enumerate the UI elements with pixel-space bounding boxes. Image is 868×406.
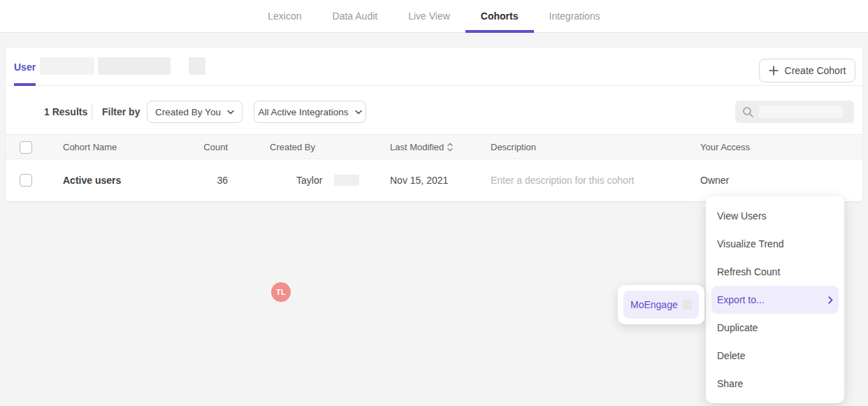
menu-item-export-to[interactable]: Export to... [711,286,839,314]
chevron-down-icon [227,110,234,115]
submenu-item-moengage[interactable]: MoEngage [623,291,699,319]
row-actions-menu: View Users Visualize Trend Refresh Count… [706,196,844,403]
cohort-type-tabs: User Create Cohort [6,48,862,86]
create-cohort-button[interactable]: Create Cohort [759,59,855,82]
select-all-checkbox[interactable] [20,141,32,154]
cohorts-panel: User Create Cohort 1 Results Filter by C… [6,48,862,201]
header-cohort-name: Cohort Name [63,135,117,160]
menu-item-delete[interactable]: Delete [706,342,844,370]
top-navigation: Lexicon Data Audit Live View Cohorts Int… [0,0,868,33]
header-your-access: Your Access [700,135,750,160]
menu-item-duplicate[interactable]: Duplicate [706,314,844,342]
nav-tab-lexicon[interactable]: Lexicon [252,0,317,32]
redacted-submenu-text [683,300,692,310]
row-checkbox[interactable] [20,174,32,187]
menu-item-view-users[interactable]: View Users [706,202,844,230]
header-created-by: Created By [270,135,315,160]
integrations-filter-dropdown[interactable]: All Active Integrations [254,101,366,123]
last-modified-date: Nov 15, 2021 [390,159,448,201]
redacted-search-text [759,106,843,118]
created-by-filter-dropdown[interactable]: Created By You [147,101,243,123]
integrations-filter-value: All Active Integrations [258,107,348,117]
filter-by-label: Filter by [102,101,140,123]
nav-tab-cohorts[interactable]: Cohorts [465,0,534,32]
search-input[interactable] [735,101,854,123]
header-last-modified[interactable]: Last Modified [390,135,453,160]
redacted-tab-2 [98,57,171,75]
sort-icon[interactable] [447,143,453,152]
avatar: TL [271,282,291,302]
menu-item-visualize-trend[interactable]: Visualize Trend [706,230,844,258]
redacted-tab-1 [40,57,94,75]
creator-name: Taylor [296,159,322,201]
tab-user[interactable]: User [14,48,36,86]
chevron-down-icon [355,110,362,115]
table-header: Cohort Name Count Created By Last Modifi… [6,134,862,159]
results-count: 1 Results [44,101,87,123]
redacted-tab-3 [189,57,205,75]
header-description: Description [491,135,536,160]
export-submenu: MoEngage [618,285,704,324]
cohort-count: 36 [159,159,228,201]
description-placeholder[interactable]: Enter a description for this cohort [491,159,634,201]
header-count: Count [159,135,228,160]
search-icon [742,106,754,118]
nav-tab-data-audit[interactable]: Data Audit [317,0,393,32]
redacted-creator-surname [334,175,359,186]
chevron-right-icon [828,296,833,304]
created-by-filter-value: Created By You [155,107,221,117]
plus-icon [769,66,779,75]
nav-tab-integrations[interactable]: Integrations [534,0,616,32]
table-row: Active users 36 TL Taylor Nov 15, 2021 E… [6,159,862,201]
menu-item-share[interactable]: Share [706,370,844,398]
filter-divider [92,103,92,120]
access-level: Owner [700,159,729,201]
nav-tab-live-view[interactable]: Live View [393,0,465,32]
menu-item-refresh-count[interactable]: Refresh Count [706,258,844,286]
cohort-name-link[interactable]: Active users [63,159,121,201]
create-cohort-label: Create Cohort [785,65,846,76]
